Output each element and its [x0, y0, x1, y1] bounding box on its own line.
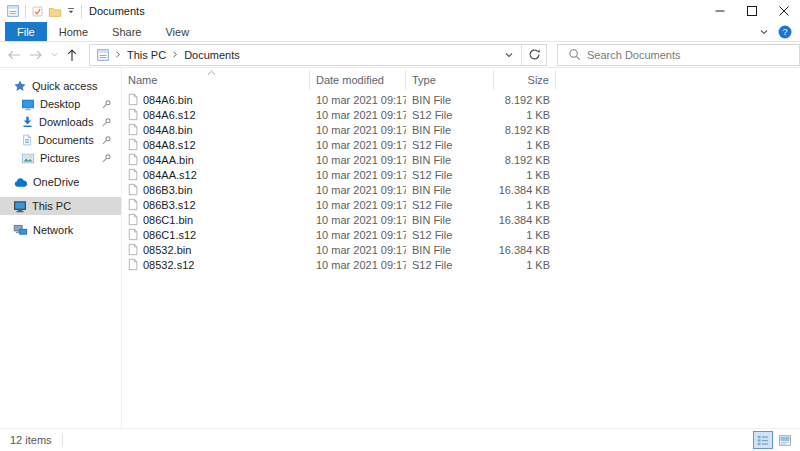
forward-button[interactable]	[25, 44, 47, 66]
maximize-button[interactable]	[736, 0, 768, 22]
file-name-cell: 084A6.bin	[125, 93, 310, 106]
file-row[interactable]: 084A8.bin10 mar 2021 09:17BIN File8.192 …	[125, 122, 800, 137]
sidebar-item-label: OneDrive	[33, 176, 79, 188]
column-header-size[interactable]: Size	[494, 70, 556, 90]
breadcrumb-segment-documents[interactable]: Documents	[181, 49, 243, 61]
file-row[interactable]: 086B3.s1210 mar 2021 09:17S12 File1 KB	[125, 197, 800, 212]
back-button[interactable]	[3, 44, 25, 66]
main-area: Quick accessDesktopDownloadsDocumentsPic…	[0, 68, 800, 428]
pin-icon[interactable]	[101, 117, 112, 128]
file-row[interactable]: 086B3.bin10 mar 2021 09:17BIN File16.384…	[125, 182, 800, 197]
chevron-right-icon	[114, 50, 122, 59]
file-name: 084A8.s12	[143, 139, 196, 151]
pin-icon[interactable]	[101, 153, 112, 164]
file-date-cell: 10 mar 2021 09:17	[310, 109, 406, 121]
ribbon-tab-share[interactable]: Share	[100, 22, 153, 41]
file-list-pane: NameDate modifiedTypeSize 084A6.bin10 ma…	[122, 68, 800, 428]
forward-arrow-icon	[29, 49, 43, 61]
file-size-cell: 16.384 KB	[494, 214, 556, 226]
file-name: 084AA.s12	[143, 169, 197, 181]
file-size-cell: 16.384 KB	[494, 184, 556, 196]
downloads-icon	[21, 115, 34, 129]
file-row[interactable]: 084A8.s1210 mar 2021 09:17S12 File1 KB	[125, 137, 800, 152]
recent-locations-chevron[interactable]	[47, 44, 61, 66]
file-type-cell: BIN File	[406, 214, 494, 226]
help-icon[interactable]: ?	[778, 25, 792, 39]
search-icon	[568, 48, 581, 61]
sidebar-item-onedrive[interactable]: OneDrive	[0, 173, 121, 191]
file-size-cell: 1 KB	[494, 229, 556, 241]
file-type-cell: BIN File	[406, 244, 494, 256]
file-row[interactable]: 08532.bin10 mar 2021 09:17BIN File16.384…	[125, 242, 800, 257]
file-name-cell: 086B3.s12	[125, 198, 310, 211]
column-header-date-modified[interactable]: Date modified	[310, 70, 406, 90]
thumbnails-view-button[interactable]	[775, 431, 795, 449]
address-bar-controls	[497, 45, 546, 65]
file-row[interactable]: 084AA.bin10 mar 2021 09:17BIN File8.192 …	[125, 152, 800, 167]
file-name: 084A6.bin	[143, 94, 193, 106]
column-header-label: Date modified	[316, 74, 384, 86]
file-date-cell: 10 mar 2021 09:17	[310, 259, 406, 271]
address-dropdown-button[interactable]	[497, 45, 521, 65]
breadcrumb-segment-this-pc[interactable]: This PC	[124, 49, 169, 61]
sidebar-item-documents[interactable]: Documents	[0, 131, 121, 149]
ribbon-tab-file[interactable]: File	[5, 22, 47, 41]
file-type-cell: S12 File	[406, 169, 494, 181]
minimize-button[interactable]	[704, 0, 736, 22]
ribbon-tab-bar: FileHomeShareView ?	[0, 22, 800, 42]
file-icon	[128, 183, 138, 196]
sidebar-item-desktop[interactable]: Desktop	[0, 95, 121, 113]
file-name: 084A8.bin	[143, 124, 193, 136]
view-toggle-buttons	[753, 431, 795, 449]
file-name: 086C1.bin	[143, 214, 193, 226]
close-button[interactable]	[768, 0, 800, 22]
details-view-button[interactable]	[753, 431, 773, 449]
sidebar-item-this-pc[interactable]: This PC	[0, 197, 121, 215]
sidebar-item-downloads[interactable]: Downloads	[0, 113, 121, 131]
sidebar-item-label: Network	[33, 224, 73, 236]
ribbon-tab-view[interactable]: View	[153, 22, 201, 41]
sidebar-item-label: Quick access	[32, 80, 97, 92]
sidebar-item-network[interactable]: Network	[0, 221, 121, 239]
sort-ascending-icon	[207, 70, 216, 76]
explorer-icon	[96, 48, 110, 62]
statusbar: 12 items	[0, 428, 800, 451]
search-input[interactable]	[587, 46, 799, 64]
properties-check-icon[interactable]	[31, 5, 44, 18]
file-type-cell: BIN File	[406, 94, 494, 106]
address-bar[interactable]: This PCDocuments	[89, 44, 547, 66]
pin-icon[interactable]	[101, 99, 112, 110]
pin-icon[interactable]	[101, 135, 112, 146]
file-name: 08532.s12	[143, 259, 194, 271]
search-box[interactable]	[557, 44, 800, 66]
ribbon-tab-home[interactable]: Home	[47, 22, 100, 41]
file-row[interactable]: 08532.s1210 mar 2021 09:17S12 File1 KB	[125, 257, 800, 272]
file-name: 08532.bin	[143, 244, 191, 256]
file-row[interactable]: 086C1.bin10 mar 2021 09:17BIN File16.384…	[125, 212, 800, 227]
caption-buttons	[704, 0, 800, 22]
expand-ribbon-chevron-icon[interactable]	[759, 27, 769, 37]
file-date-cell: 10 mar 2021 09:17	[310, 139, 406, 151]
refresh-button[interactable]	[522, 45, 546, 65]
qat-dropdown-icon[interactable]	[66, 6, 76, 16]
file-row[interactable]: 084A6.s1210 mar 2021 09:17S12 File1 KB	[125, 107, 800, 122]
file-type-cell: S12 File	[406, 259, 494, 271]
documents-icon	[21, 133, 33, 147]
file-size-cell: 8.192 KB	[494, 154, 556, 166]
file-icon	[128, 123, 138, 136]
file-row[interactable]: 084A6.bin10 mar 2021 09:17BIN File8.192 …	[125, 92, 800, 107]
file-icon	[128, 213, 138, 226]
new-folder-icon[interactable]	[48, 5, 62, 18]
up-button[interactable]	[61, 44, 83, 66]
titlebar-separator	[25, 5, 26, 18]
column-header-type[interactable]: Type	[406, 70, 494, 90]
file-row[interactable]: 084AA.s1210 mar 2021 09:17S12 File1 KB	[125, 167, 800, 182]
column-header-name[interactable]: Name	[125, 70, 310, 90]
file-size-cell: 8.192 KB	[494, 124, 556, 136]
file-row[interactable]: 086C1.s1210 mar 2021 09:17S12 File1 KB	[125, 227, 800, 242]
sidebar-item-pictures[interactable]: Pictures	[0, 149, 121, 167]
sidebar-item-label: Pictures	[40, 152, 80, 164]
sidebar-item-quick-access[interactable]: Quick access	[0, 77, 121, 95]
file-type-cell: BIN File	[406, 184, 494, 196]
file-date-cell: 10 mar 2021 09:17	[310, 214, 406, 226]
